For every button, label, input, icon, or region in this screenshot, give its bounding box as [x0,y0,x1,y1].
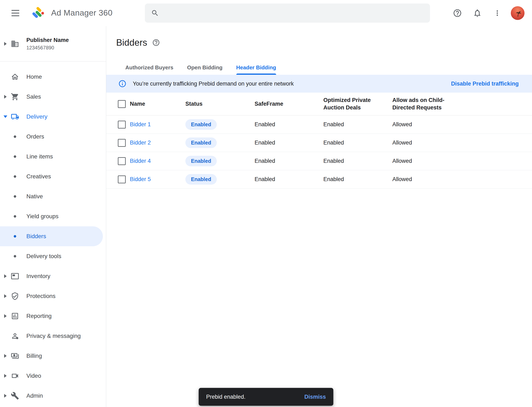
bullet-icon [14,255,16,258]
select-all-checkbox[interactable] [118,100,126,108]
safeframe-value: Enabled [255,158,323,164]
publisher-selector[interactable]: Publisher Name 1234567890 [0,26,106,62]
sidebar-item-sales[interactable]: Sales [0,87,106,107]
row-checkbox[interactable] [118,139,126,147]
bidder-link[interactable]: Bidder 1 [130,121,185,128]
videocam-icon [11,372,19,380]
sidebar-item-privacy-messaging[interactable]: Privacy & messaging [0,326,106,346]
safeframe-value: Enabled [255,140,323,146]
chevron-right-icon [4,274,7,278]
person-badge-icon [11,332,19,340]
building-icon [11,40,19,48]
bullet-icon [14,195,16,198]
column-header-safeframe: SafeFrame [255,100,323,108]
safeframe-value: Enabled [255,121,323,128]
bullet-icon [14,175,16,178]
dismiss-button[interactable]: Dismiss [304,394,326,400]
column-header-name: Name [130,100,185,108]
chevron-right-icon [4,394,7,398]
sidebar-item-line-items[interactable]: Line items [0,147,106,166]
child-directed-value: Allowed [392,176,522,182]
topbar: Ad Manager 360 [0,0,532,26]
tab-open-bidding[interactable]: Open Bidding [187,60,222,75]
topbar-actions [451,0,524,26]
bullet-icon [14,155,16,158]
table-header-row: Name Status SafeFrame Optimized Private … [106,93,532,116]
bidder-link[interactable]: Bidder 2 [130,140,185,146]
sidebar-nav: Home Sales Delivery Orders Line items [0,62,106,406]
app-title: Ad Manager 360 [51,8,113,17]
row-checkbox[interactable] [118,121,126,129]
status-badge: Enabled [185,119,217,130]
sidebar-item-creatives[interactable]: Creatives [0,166,106,187]
sidebar-item-reporting[interactable]: Reporting [0,306,106,326]
info-icon [118,79,127,88]
column-header-status: Status [185,100,255,108]
shield-icon [11,292,19,300]
sidebar-item-admin[interactable]: Admin [0,386,106,406]
publisher-id: 1234567890 [26,45,69,51]
payment-card-icon [11,352,19,360]
child-directed-value: Allowed [392,140,522,146]
search-input[interactable] [164,10,424,16]
more-options-icon[interactable] [491,7,504,20]
sidebar-item-billing[interactable]: Billing [0,346,106,366]
chevron-right-icon [4,374,7,378]
sidebar-item-orders[interactable]: Orders [0,127,106,147]
optimized-deals-value: Enabled [323,140,392,146]
column-header-child-directed: Allow ads on Child-Directed Requests [392,97,451,111]
page-title: Bidders [116,37,147,48]
cart-icon [11,93,19,101]
optimized-deals-value: Enabled [323,176,392,182]
page-help-icon[interactable] [152,39,160,47]
bidder-link[interactable]: Bidder 5 [130,176,185,182]
sidebar-item-protections[interactable]: Protections [0,286,106,306]
truck-icon [11,113,19,121]
sidebar-item-video[interactable]: Video [0,366,106,386]
main-content: Bidders Authorized Buyers Open Bidding H… [106,26,532,407]
status-badge: Enabled [185,174,217,185]
optimized-deals-value: Enabled [323,158,392,164]
child-directed-value: Allowed [392,158,522,164]
sidebar-item-native[interactable]: Native [0,187,106,206]
sidebar: Publisher Name 1234567890 Home Sales Del… [0,26,106,407]
inventory-icon [11,272,19,280]
disable-prebid-trafficking-button[interactable]: Disable Prebid trafficking [451,81,519,87]
tab-authorized-buyers[interactable]: Authorized Buyers [125,60,173,75]
sidebar-item-delivery[interactable]: Delivery [0,107,106,127]
sidebar-item-home[interactable]: Home [0,67,106,87]
table-row: Bidder 4 Enabled Enabled Enabled Allowed [106,152,532,170]
bidder-link[interactable]: Bidder 4 [130,158,185,164]
help-icon[interactable] [451,7,464,20]
sidebar-item-bidders[interactable]: Bidders [0,226,103,246]
table-row: Bidder 5 Enabled Enabled Enabled Allowed [106,170,532,188]
chevron-right-icon [4,314,7,318]
search-bar[interactable] [145,4,430,23]
bullet-icon [14,135,16,138]
prebid-banner: You’re currently trafficking Prebid dema… [106,75,532,93]
chevron-right-icon [4,354,7,358]
chevron-down-icon [4,116,7,118]
sidebar-item-inventory[interactable]: Inventory [0,266,106,286]
status-badge: Enabled [185,156,217,166]
safeframe-value: Enabled [255,176,323,182]
tab-header-bidding[interactable]: Header Bidding [236,60,276,75]
bar-chart-icon [11,312,19,320]
sidebar-item-yield-groups[interactable]: Yield groups [0,206,106,226]
bullet-icon [14,215,16,218]
avatar[interactable] [511,6,524,20]
status-badge: Enabled [185,137,217,148]
bullet-icon [14,235,16,238]
row-checkbox[interactable] [118,175,126,183]
table-row: Bidder 2 Enabled Enabled Enabled Allowed [106,134,532,152]
menu-icon[interactable] [10,8,21,18]
snackbar-message: Prebid enabled. [206,394,245,400]
chevron-right-icon [4,95,7,99]
chevron-right-icon [4,294,7,298]
bidders-table: Name Status SafeFrame Optimized Private … [106,93,532,188]
snackbar: Prebid enabled. Dismiss [199,388,333,406]
publisher-name: Publisher Name [26,37,69,43]
bell-icon[interactable] [471,7,484,20]
sidebar-item-delivery-tools[interactable]: Delivery tools [0,246,106,266]
row-checkbox[interactable] [118,157,126,165]
